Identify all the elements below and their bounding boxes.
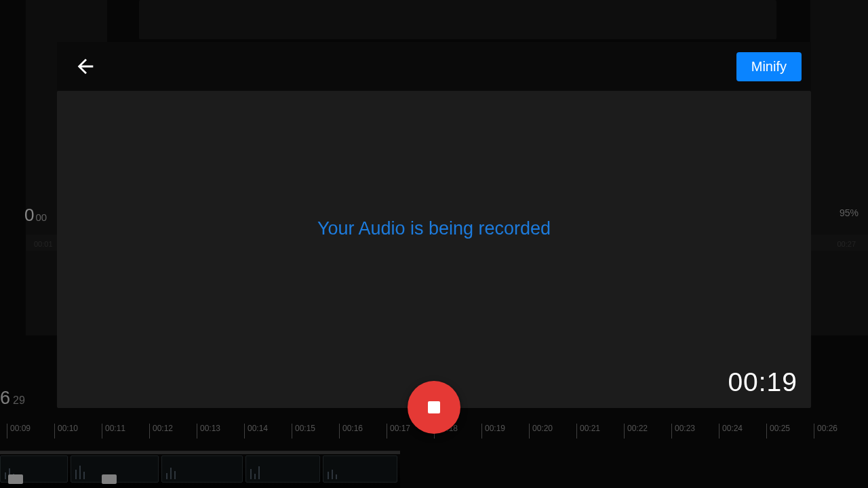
recording-status-text: Your Audio is being recorded	[57, 218, 811, 239]
stop-icon	[428, 401, 440, 413]
stop-recording-button[interactable]	[408, 381, 460, 434]
recording-timer: 00:19	[728, 367, 797, 397]
minify-button[interactable]: Minify	[736, 52, 802, 81]
recording-modal: Minify Your Audio is being recorded 00:1…	[57, 42, 811, 408]
modal-body: Your Audio is being recorded 00:19	[57, 91, 811, 408]
arrow-left-icon	[74, 55, 97, 78]
modal-header: Minify	[57, 42, 811, 91]
back-button[interactable]	[71, 52, 100, 81]
